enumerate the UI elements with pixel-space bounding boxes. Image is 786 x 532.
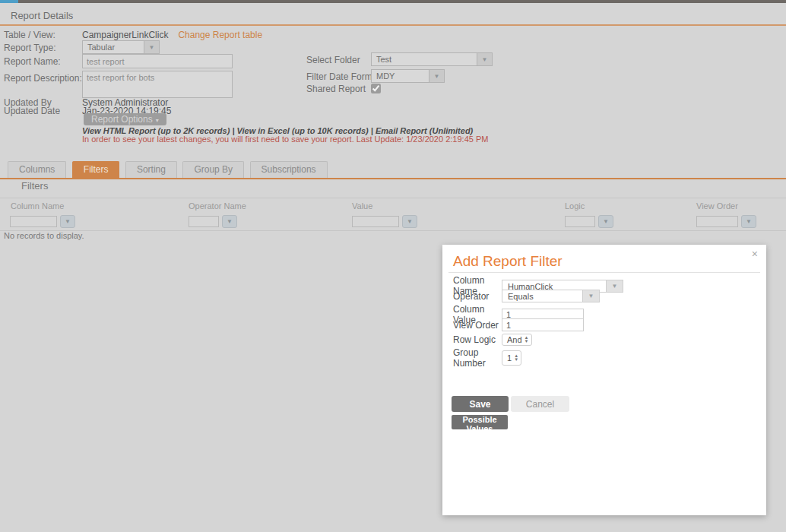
- modal-view-order-row: View Order: [453, 318, 584, 331]
- tab-group-by[interactable]: Group By: [182, 161, 244, 178]
- filters-table: Column Name Operator Name Value Logic Vi…: [0, 198, 786, 231]
- value-filter: ▼: [352, 215, 565, 228]
- spin-down-icon[interactable]: ▼: [525, 340, 529, 344]
- report-name-input[interactable]: [82, 54, 233, 68]
- modal-row-logic-row: Row Logic And ▲▼: [453, 334, 532, 346]
- report-description-input[interactable]: test report for bots: [82, 71, 233, 98]
- report-tabs: Columns Filters Sorting Group By Subscri…: [0, 161, 786, 179]
- filter-date-format-value: MDY: [372, 70, 429, 82]
- table-view-label: Table / View:: [4, 30, 82, 40]
- modal-title: Add Report Filter: [453, 253, 563, 270]
- save-warning-text: In order to see your latest changes, you…: [82, 135, 488, 144]
- caret-down-icon: ▾: [156, 117, 159, 124]
- modal-row-logic-label: Row Logic: [453, 334, 502, 345]
- modal-view-order-input[interactable]: [502, 318, 584, 331]
- report-type-row: Report Type: Tabular ▼: [4, 40, 160, 54]
- chevron-down-icon[interactable]: ▼: [606, 280, 623, 292]
- filters-table-header: Column Name Operator Name Value Logic Vi…: [0, 198, 786, 213]
- spin-down-icon[interactable]: ▼: [514, 358, 518, 362]
- spinner-arrows-icon[interactable]: ▲▼: [514, 354, 518, 362]
- select-folder-control: Test ▼: [371, 52, 493, 66]
- cancel-button[interactable]: Cancel: [511, 396, 569, 412]
- chevron-down-icon[interactable]: ▼: [741, 215, 756, 228]
- no-records-text: No records to display.: [4, 231, 84, 240]
- chevron-down-icon[interactable]: ▼: [402, 215, 417, 228]
- chevron-down-icon[interactable]: ▼: [598, 215, 613, 228]
- operator-name-filter-input[interactable]: [189, 216, 219, 227]
- modal-group-number-row: Group Number 1 ▲▼: [453, 347, 521, 369]
- modal-operator-label: Operator: [453, 291, 502, 302]
- select-folder-select[interactable]: Test ▼: [371, 52, 493, 66]
- tab-sorting[interactable]: Sorting: [125, 161, 177, 178]
- report-description-label: Report Description:: [4, 71, 82, 84]
- tab-subscriptions[interactable]: Subscriptions: [250, 161, 328, 178]
- modal-group-number-stepper[interactable]: 1 ▲▼: [502, 350, 521, 366]
- column-header-view-order: View Order: [696, 201, 786, 211]
- filter-date-format-select[interactable]: MDY ▼: [371, 69, 445, 83]
- chevron-down-icon[interactable]: ▼: [144, 41, 159, 53]
- add-report-filter-modal: × Add Report Filter Column Name HumanCli…: [442, 245, 766, 515]
- modal-group-number-label: Group Number: [453, 347, 502, 369]
- table-view-value: CampaignerLinkClick: [82, 30, 168, 40]
- filters-table-filter-row: ▼ ▼ ▼ ▼ ▼: [0, 213, 786, 231]
- modal-operator-row: Operator Equals ▼: [453, 290, 600, 302]
- updated-date-label: Updated Date: [4, 106, 82, 116]
- modal-group-number-value: 1: [507, 353, 512, 363]
- possible-values-button[interactable]: Possible Values: [452, 415, 508, 429]
- report-name-row: Report Name:: [4, 54, 233, 68]
- chevron-down-icon[interactable]: ▼: [429, 70, 444, 82]
- column-header-column-name: Column Name: [0, 201, 189, 211]
- spinner-arrows-icon[interactable]: ▲▼: [525, 336, 529, 344]
- chevron-down-icon[interactable]: ▼: [582, 290, 599, 302]
- report-type-label: Report Type:: [4, 40, 82, 53]
- view-order-filter: ▼: [696, 215, 786, 228]
- table-view-row: Table / View: CampaignerLinkClick Change…: [4, 30, 262, 40]
- tab-filters[interactable]: Filters: [72, 161, 120, 178]
- close-icon[interactable]: ×: [752, 248, 758, 260]
- modal-operator-select[interactable]: Equals ▼: [502, 290, 600, 302]
- modal-row-logic-value: And: [507, 335, 522, 344]
- column-header-value: Value: [352, 201, 565, 211]
- view-order-filter-input[interactable]: [696, 216, 738, 227]
- value-filter-input[interactable]: [352, 216, 399, 227]
- modal-view-order-label: View Order: [453, 320, 502, 331]
- report-type-value: Tabular: [83, 41, 144, 53]
- operator-name-filter: ▼: [189, 215, 352, 228]
- report-options-label: Report Options: [91, 114, 153, 125]
- chevron-down-icon[interactable]: ▼: [477, 53, 492, 65]
- select-folder-value: Test: [372, 53, 477, 65]
- report-details-form: Table / View: CampaignerLinkClick Change…: [0, 27, 786, 161]
- save-button[interactable]: Save: [452, 396, 509, 412]
- report-description-row: Report Description: test report for bots: [4, 71, 233, 98]
- column-header-operator-name: Operator Name: [189, 201, 352, 211]
- filters-section-title: Filters: [21, 180, 48, 192]
- change-report-table-link[interactable]: Change Report table: [178, 30, 262, 40]
- page-title: Report Details: [0, 3, 786, 26]
- tab-columns[interactable]: Columns: [8, 161, 66, 178]
- chevron-down-icon[interactable]: ▼: [222, 215, 237, 228]
- select-folder-label: Select Folder: [306, 55, 360, 65]
- logic-filter-input[interactable]: [565, 216, 595, 227]
- column-name-filter: ▼: [10, 215, 189, 228]
- shared-report-checkbox[interactable]: [371, 84, 381, 93]
- column-header-logic: Logic: [565, 201, 696, 211]
- report-options-button[interactable]: Report Options▾: [84, 113, 166, 125]
- modal-row-logic-select[interactable]: And ▲▼: [502, 334, 532, 346]
- filter-date-format-control: MDY ▼: [371, 69, 445, 83]
- modal-divider: [448, 272, 760, 273]
- filter-date-format-label: Filter Date Format: [306, 71, 380, 82]
- column-name-filter-input[interactable]: [10, 216, 57, 227]
- logic-filter: ▼: [565, 215, 696, 228]
- report-name-label: Report Name:: [4, 54, 82, 67]
- shared-report-label: Shared Report: [306, 84, 366, 94]
- report-type-select[interactable]: Tabular ▼: [82, 40, 160, 54]
- modal-operator-value: Equals: [502, 290, 582, 302]
- modal-body: Column Name HumanClick ▼ Operator Equals…: [448, 275, 760, 515]
- chevron-down-icon[interactable]: ▼: [60, 215, 75, 228]
